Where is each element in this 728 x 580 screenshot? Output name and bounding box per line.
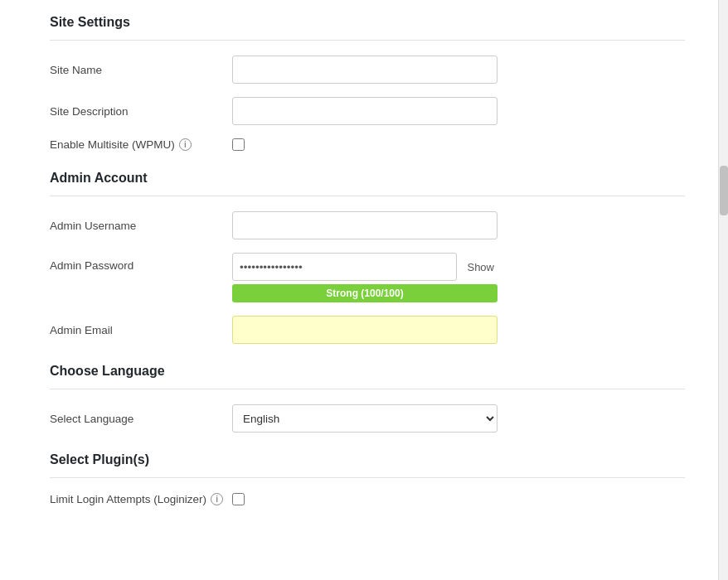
enable-multisite-checkbox[interactable] bbox=[232, 138, 245, 151]
limit-login-row: Limit Login Attempts (Loginizer) i bbox=[50, 493, 685, 505]
site-description-label: Site Description bbox=[50, 105, 232, 118]
select-plugins-divider bbox=[50, 477, 685, 478]
enable-multisite-info-icon[interactable]: i bbox=[179, 138, 192, 151]
site-name-input[interactable] bbox=[232, 56, 497, 84]
admin-email-label: Admin Email bbox=[50, 324, 232, 336]
site-settings-title: Site Settings bbox=[50, 8, 685, 30]
choose-language-title: Choose Language bbox=[50, 357, 685, 379]
admin-email-input[interactable] bbox=[232, 316, 497, 344]
admin-username-wrap bbox=[232, 211, 497, 239]
admin-password-input[interactable] bbox=[232, 253, 457, 281]
admin-username-row: Admin Username bbox=[50, 211, 685, 239]
limit-login-info-icon[interactable]: i bbox=[211, 493, 223, 505]
admin-account-title: Admin Account bbox=[50, 164, 685, 186]
select-language-row: Select Language English French German Sp… bbox=[50, 404, 685, 433]
page-wrapper: Site Settings Site Name Site Description… bbox=[0, 0, 728, 580]
limit-login-checkbox[interactable] bbox=[232, 493, 245, 505]
admin-password-row: Admin Password Show Strong (100/100) bbox=[50, 253, 685, 302]
enable-multisite-label: Enable Multisite (WPMU) i bbox=[50, 138, 232, 151]
scrollbar[interactable] bbox=[718, 0, 728, 580]
password-strength-bar: Strong (100/100) bbox=[232, 284, 497, 302]
select-plugins-title: Select Plugin(s) bbox=[50, 446, 685, 467]
site-description-row: Site Description bbox=[50, 97, 685, 125]
select-language-label: Select Language bbox=[50, 413, 232, 425]
limit-login-label: Limit Login Attempts (Loginizer) i bbox=[50, 493, 232, 505]
show-password-button[interactable]: Show bbox=[463, 261, 497, 273]
site-name-label: Site Name bbox=[50, 64, 232, 76]
select-language-wrap: English French German Spanish Italian Po… bbox=[232, 404, 497, 433]
main-content: Site Settings Site Name Site Description… bbox=[0, 0, 718, 535]
admin-email-wrap bbox=[232, 316, 497, 344]
admin-username-label: Admin Username bbox=[50, 220, 232, 232]
site-description-input[interactable] bbox=[232, 97, 497, 125]
admin-username-input[interactable] bbox=[232, 211, 497, 239]
password-input-row: Show bbox=[232, 253, 497, 281]
admin-email-row: Admin Email bbox=[50, 316, 685, 344]
admin-account-divider bbox=[50, 196, 685, 196]
enable-multisite-row: Enable Multisite (WPMU) i bbox=[50, 138, 685, 151]
site-name-row: Site Name bbox=[50, 56, 685, 84]
site-settings-divider bbox=[50, 40, 685, 41]
admin-password-group: Show Strong (100/100) bbox=[232, 253, 497, 302]
admin-password-label: Admin Password bbox=[50, 253, 232, 272]
scrollbar-thumb[interactable] bbox=[720, 166, 728, 215]
language-select[interactable]: English French German Spanish Italian Po… bbox=[232, 404, 497, 433]
site-description-wrap bbox=[232, 97, 497, 125]
choose-language-divider bbox=[50, 389, 685, 389]
site-name-wrap bbox=[232, 56, 497, 84]
